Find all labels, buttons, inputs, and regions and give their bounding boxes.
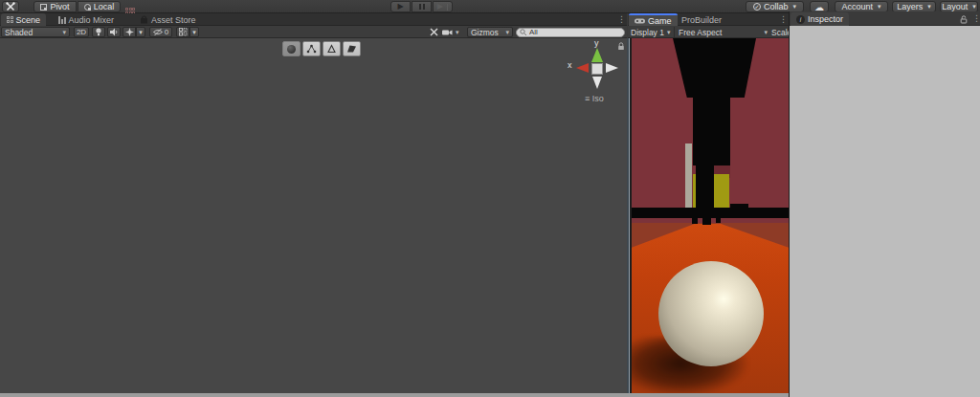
eye-hidden-icon	[153, 28, 163, 36]
inspector-info-icon: i	[796, 15, 805, 24]
shading-mode-dropdown[interactable]: Shaded ▾	[1, 27, 70, 37]
pivot-toggle-button[interactable]: Pivot	[33, 1, 77, 12]
step-button[interactable]: ▶	[433, 1, 453, 12]
game-toolbar: Display 1 ▾ Free Aspect ▾ Scale	[628, 26, 789, 38]
projection-label: Iso	[592, 94, 604, 103]
tab-inspector[interactable]: i Inspector	[791, 12, 849, 26]
play-button[interactable]: ▶	[390, 1, 411, 12]
orientation-gizmo[interactable]: y x ≡ Iso	[560, 40, 627, 141]
structure-top	[673, 38, 756, 98]
unity-editor-window: Pivot Local ▶ ▶ ✓ Collab ▾ ☁ Account ▾	[0, 0, 980, 397]
structure-column	[693, 96, 730, 165]
search-input[interactable]	[529, 28, 615, 36]
inspector-tabstrip: i Inspector ⋮	[789, 11, 980, 26]
face-mode-icon	[346, 44, 357, 54]
object-mode-icon	[287, 45, 296, 54]
gizmo-down-cone[interactable]	[592, 77, 602, 89]
pause-icon	[418, 2, 426, 11]
grid-visibility-button[interactable]	[176, 27, 189, 37]
edge-mode-button[interactable]	[323, 41, 341, 56]
local-icon	[84, 4, 91, 11]
lock-icon[interactable]	[617, 42, 625, 51]
scene-camera-dropdown[interactable]: ▾	[442, 27, 459, 37]
pivot-icon	[40, 4, 47, 11]
gizmo-x-label: x	[568, 60, 572, 70]
scene-viewport[interactable]: y x ≡ Iso	[0, 38, 627, 393]
face-mode-button[interactable]	[343, 41, 361, 56]
grid-dropdown[interactable]: ▾	[189, 27, 199, 37]
tab-scene[interactable]: Scene	[1, 13, 46, 26]
audio-mixer-icon	[58, 16, 66, 24]
game-tabstrip: Game ProBuilder ⋮	[628, 13, 789, 26]
gizmo-z-cone[interactable]	[606, 63, 618, 73]
scene-tabstrip: Scene Audio Mixer Asset Store ⋮	[0, 13, 627, 26]
local-toggle-button[interactable]: Local	[78, 1, 121, 12]
tab-audio-mixer[interactable]: Audio Mixer	[53, 13, 120, 26]
game-viewport[interactable]	[632, 38, 789, 393]
aspect-dropdown[interactable]: Free Aspect ▾	[674, 27, 768, 37]
tab-asset-store[interactable]: Asset Store	[134, 13, 202, 26]
effects-dropdown[interactable]: ▾	[136, 27, 145, 37]
gray-pillar	[685, 143, 692, 209]
layers-label: Layers	[897, 2, 923, 11]
local-label: Local	[94, 2, 115, 11]
transform-tools-button[interactable]	[2, 1, 19, 12]
toggle-2d-button[interactable]: 2D	[74, 27, 89, 37]
scene-toolbar: Shaded ▾ 2D ▾ 0 ▾	[0, 26, 627, 38]
game-tab-icon	[635, 18, 645, 24]
hidden-count: 0	[165, 28, 168, 36]
projection-toggle[interactable]: ≡ Iso	[585, 94, 604, 103]
gizmos-dropdown[interactable]: Gizmos ▾	[467, 27, 513, 37]
vertex-mode-icon	[306, 44, 317, 54]
inspector-menu-icon[interactable]: ⋮	[972, 13, 980, 23]
scene-tools-button[interactable]	[428, 27, 440, 37]
step-icon: ▶	[437, 3, 443, 11]
grid-icon	[179, 28, 188, 36]
pivot-label: Pivot	[50, 2, 69, 11]
tab-game[interactable]: Game	[629, 13, 678, 26]
vertex-mode-button[interactable]	[302, 41, 321, 56]
probuilder-mode-toolbar	[282, 41, 363, 58]
scene-search-field[interactable]	[516, 28, 625, 37]
scene-effects-button[interactable]	[122, 27, 136, 37]
scene-panel-menu-icon[interactable]: ⋮	[617, 14, 626, 24]
scene-tab-icon	[7, 16, 13, 23]
inspector-panel[interactable]	[789, 26, 980, 397]
cloud-icon: ☁	[814, 2, 824, 12]
effects-star-icon	[125, 28, 134, 36]
search-icon	[520, 29, 527, 36]
asset-store-icon	[140, 15, 148, 24]
speaker-icon	[110, 28, 119, 36]
scene-lighting-button[interactable]	[92, 27, 105, 37]
edge-mode-icon	[326, 44, 337, 54]
structure-column-lower	[696, 163, 714, 209]
display-dropdown[interactable]: Display 1 ▾	[631, 27, 670, 37]
status-strip	[0, 393, 789, 397]
gizmo-x-cone[interactable]	[576, 63, 589, 73]
layout-label: Layout	[942, 2, 968, 11]
scene-audio-button[interactable]	[107, 27, 121, 37]
tools-icon	[6, 2, 15, 11]
structure-bar	[632, 208, 789, 218]
gizmo-y-label: y	[594, 38, 599, 48]
inspector-lock-icon[interactable]	[960, 15, 968, 24]
object-mode-button[interactable]	[282, 41, 301, 56]
collab-check-icon: ✓	[753, 3, 761, 11]
tab-probuilder[interactable]: ProBuilder	[676, 13, 727, 26]
account-label: Account	[841, 2, 873, 11]
play-icon: ▶	[397, 3, 403, 11]
scale-slider-label[interactable]: Scale	[771, 27, 789, 37]
pause-button[interactable]	[412, 1, 432, 12]
gizmo-y-cone[interactable]	[591, 48, 603, 62]
gizmo-center-cube[interactable]	[591, 63, 603, 75]
game-sphere	[658, 261, 764, 366]
lightbulb-icon	[95, 28, 102, 36]
camera-icon	[442, 29, 453, 36]
game-panel-menu-icon[interactable]: ⋮	[779, 14, 788, 24]
cross-tool-icon	[430, 28, 438, 36]
hidden-objects-button[interactable]: 0	[149, 27, 172, 37]
collab-label: Collab	[764, 2, 789, 11]
